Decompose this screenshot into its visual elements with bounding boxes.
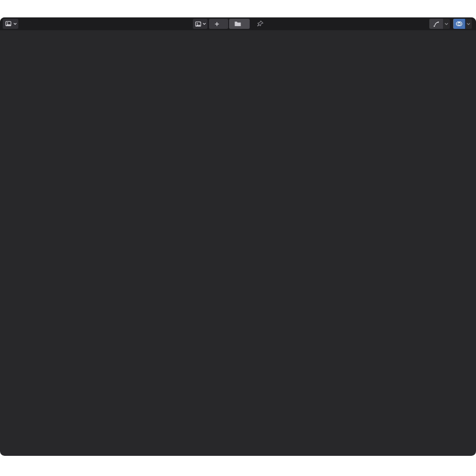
chevron-down-icon — [466, 22, 471, 26]
overlays-icon — [455, 20, 463, 27]
gizmos-dropdown[interactable] — [443, 19, 450, 29]
new-image-button[interactable] — [209, 19, 228, 29]
gizmos-toggle[interactable] — [429, 19, 443, 29]
uv-image-editor — [0, 17, 476, 456]
screenshot-root — [0, 0, 476, 476]
overlays-dropdown[interactable] — [465, 19, 472, 29]
sidebar-collapse-arrow[interactable] — [470, 52, 475, 60]
image-editor-icon — [5, 20, 13, 27]
image-browse-button[interactable] — [193, 19, 208, 29]
pin-toggle[interactable] — [257, 20, 264, 27]
chevron-down-icon — [13, 22, 17, 26]
pin-icon — [257, 20, 264, 27]
chevron-down-icon — [202, 22, 206, 26]
editor-header — [0, 17, 476, 30]
plus-icon — [214, 21, 220, 27]
gizmo-icon — [432, 20, 440, 28]
open-image-button[interactable] — [229, 19, 250, 29]
folder-icon — [234, 21, 241, 27]
editor-type-selector[interactable] — [3, 19, 18, 29]
uv-canvas[interactable] — [0, 17, 476, 456]
image-browse-icon — [195, 21, 202, 27]
overlays-toggle[interactable] — [453, 19, 465, 29]
chevron-down-icon — [444, 22, 449, 26]
